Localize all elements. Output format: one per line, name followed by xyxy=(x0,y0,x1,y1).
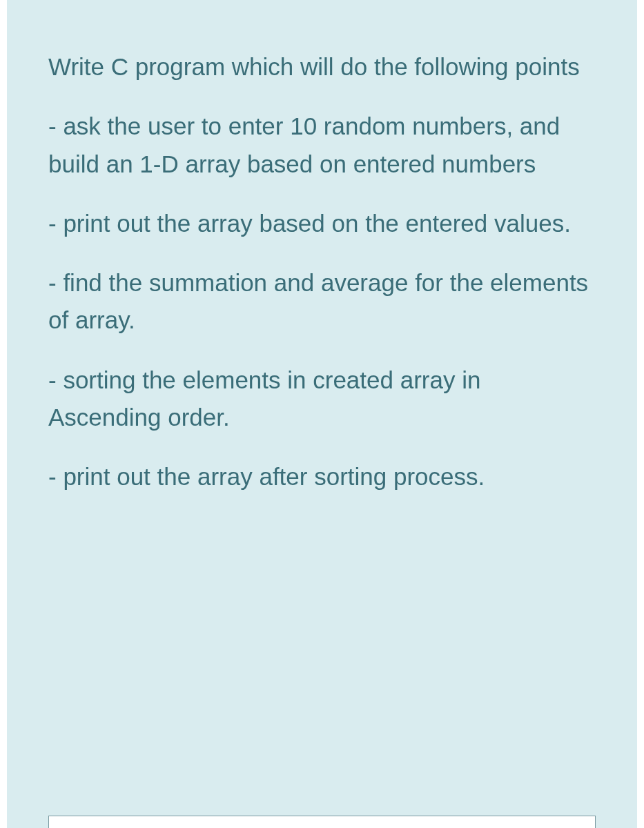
answer-input[interactable] xyxy=(48,816,596,828)
answer-input-wrapper xyxy=(48,816,596,828)
question-point-3: - find the summation and average for the… xyxy=(48,264,596,339)
question-container: Write C program which will do the follow… xyxy=(7,0,637,828)
question-point-1: - ask the user to enter 10 random number… xyxy=(48,108,596,183)
question-point-4: - sorting the elements in created array … xyxy=(48,362,596,437)
question-point-2: - print out the array based on the enter… xyxy=(48,205,596,242)
question-content: Write C program which will do the follow… xyxy=(48,48,596,495)
question-title: Write C program which will do the follow… xyxy=(48,48,596,86)
question-point-5: - print out the array after sorting proc… xyxy=(48,458,596,495)
